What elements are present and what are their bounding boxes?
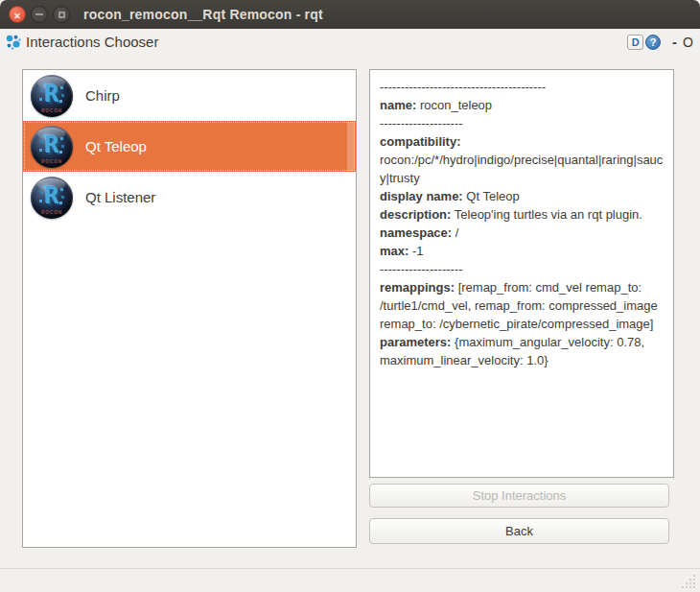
resize-grip[interactable] bbox=[693, 575, 695, 577]
rocon-icon: RROCON bbox=[31, 75, 73, 117]
maximize-icon bbox=[58, 12, 65, 18]
maximize-button[interactable] bbox=[53, 6, 70, 23]
details-line: remappings: [remap_from: cmd_vel remap_t… bbox=[380, 278, 664, 333]
interaction-item[interactable]: RROCONChirp bbox=[23, 70, 356, 121]
interaction-label: Qt Listener bbox=[85, 189, 155, 205]
close-button[interactable] bbox=[9, 6, 26, 23]
back-button[interactable]: Back bbox=[369, 518, 669, 544]
close-icon bbox=[13, 6, 21, 23]
details-line: -------------------- bbox=[380, 114, 664, 132]
minimize-dock-button[interactable]: - bbox=[672, 34, 677, 50]
interaction-item[interactable]: RROCONQt Listener bbox=[23, 172, 356, 223]
rqt-window: rocon_remocon__Rqt Remocon - rqt Interac… bbox=[0, 0, 700, 592]
minimize-button[interactable] bbox=[31, 6, 48, 23]
rocon-r-glyph: R bbox=[31, 181, 73, 209]
details-line: namespace: / bbox=[380, 224, 664, 242]
details-line: ---------------------------------------- bbox=[380, 78, 664, 96]
rocon-brand-text: ROCON bbox=[35, 107, 68, 112]
help-button[interactable]: ? bbox=[645, 35, 661, 50]
rocon-brand-text: ROCON bbox=[35, 158, 68, 163]
details-line: display name: Qt Teleop bbox=[380, 187, 664, 205]
dock-controls: D ? - O bbox=[627, 34, 693, 50]
interaction-label: Chirp bbox=[85, 87, 120, 104]
interaction-item[interactable]: RROCONQt Teleop bbox=[23, 121, 356, 172]
details-line: description: Teleop'ing turtles via an r… bbox=[380, 205, 664, 224]
rqt-logo-icon bbox=[5, 34, 22, 51]
rocon-brand-text: ROCON bbox=[35, 209, 68, 214]
details-lines: ----------------------------------------… bbox=[380, 78, 664, 369]
rocon-r-glyph: R bbox=[31, 130, 73, 158]
details-line: compatibility: rocon:/pc/*/hydro|indigo/… bbox=[380, 132, 664, 187]
dock-title: Interactions Chooser bbox=[26, 34, 158, 50]
window-title: rocon_remocon__Rqt Remocon - rqt bbox=[83, 7, 323, 22]
details-line: max: -1 bbox=[380, 242, 664, 260]
details-line: -------------------- bbox=[380, 260, 664, 278]
dock-button[interactable]: D bbox=[627, 35, 643, 50]
interaction-details[interactable]: ----------------------------------------… bbox=[369, 69, 674, 478]
titlebar[interactable]: rocon_remocon__Rqt Remocon - rqt bbox=[0, 0, 700, 29]
rocon-r-glyph: R bbox=[31, 80, 73, 107]
statusbar bbox=[0, 568, 700, 592]
details-line: parameters: {maximum_angular_velocity: 0… bbox=[380, 333, 664, 369]
float-dock-button[interactable]: O bbox=[683, 35, 693, 50]
stop-interactions-button[interactable]: Stop Interactions bbox=[369, 484, 669, 508]
dock-titlebar: Interactions Chooser D ? - O bbox=[0, 29, 700, 55]
interaction-label: Qt Teleop bbox=[85, 138, 147, 154]
rocon-icon: RROCON bbox=[31, 177, 73, 219]
interactions-list[interactable]: RROCONChirpRROCONQt TeleopRROCONQt Liste… bbox=[22, 69, 357, 548]
minimize-icon bbox=[35, 13, 43, 15]
details-line: name: rocon_teleop bbox=[380, 96, 664, 114]
rocon-icon: RROCON bbox=[31, 126, 73, 168]
